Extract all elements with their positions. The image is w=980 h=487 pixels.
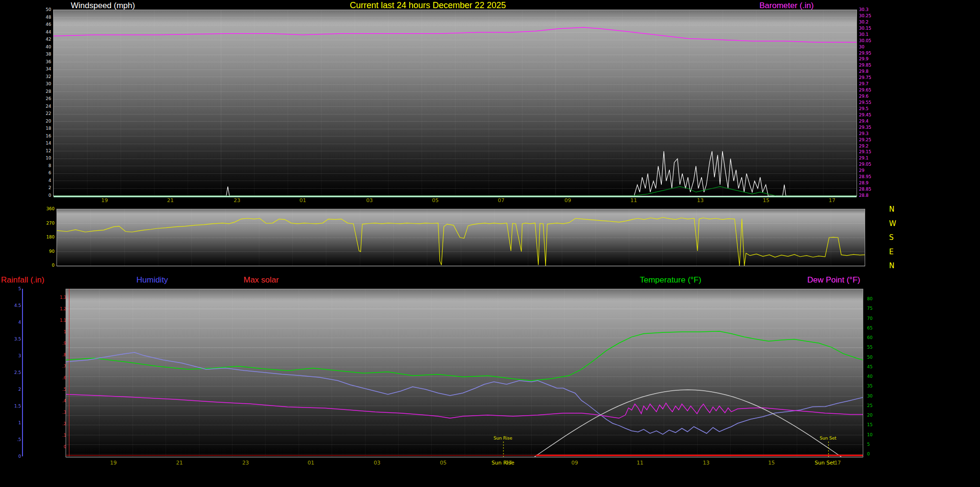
bottom-hour-label: 17 bbox=[827, 461, 848, 465]
barometer-tick-label: 29.75 bbox=[859, 75, 871, 80]
temperature-tick-label: 75 bbox=[867, 306, 872, 311]
solar-tick-label: .2 bbox=[50, 422, 66, 427]
rain-humidity-tick-label: 1 bbox=[5, 420, 21, 425]
solar-tick-label: .5 bbox=[50, 387, 66, 392]
barometer-tick-label: 28.8 bbox=[859, 193, 869, 198]
windspeed-tick-label: 10 bbox=[29, 156, 51, 160]
windspeed-tick-label: 34 bbox=[29, 67, 51, 71]
temperature-humidity-canvas bbox=[66, 289, 863, 457]
barometer-tick-label: 29.5 bbox=[859, 106, 869, 111]
windspeed-tick-label: 36 bbox=[29, 59, 51, 64]
windspeed-tick-label: 0 bbox=[29, 193, 51, 198]
top-hour-label: 19 bbox=[94, 198, 115, 203]
sunrise-axis-label: Sun Rise bbox=[486, 461, 520, 465]
solar-tick-label: .4 bbox=[50, 399, 66, 404]
solar-tick-label: 1 bbox=[50, 330, 66, 335]
compass-letter: N bbox=[889, 207, 894, 212]
rain-humidity-tick-label: 3.5 bbox=[5, 337, 21, 341]
barometer-tick-label: 29.35 bbox=[859, 125, 871, 130]
bottom-hour-label: 13 bbox=[696, 461, 717, 465]
top-hour-label: 09 bbox=[557, 198, 579, 203]
windspeed-tick-label: 30 bbox=[29, 81, 51, 86]
rain-humidity-tick-label: 2.5 bbox=[5, 370, 21, 375]
temperature-tick-label: 60 bbox=[867, 335, 872, 340]
direction-tick-label: 360 bbox=[33, 206, 55, 211]
max-solar-legend-label: Max solar bbox=[244, 275, 279, 285]
top-hour-label: 23 bbox=[226, 198, 247, 203]
windspeed-tick-label: 38 bbox=[29, 52, 51, 57]
temperature-tick-label: 70 bbox=[867, 316, 872, 321]
barometer-tick-label: 29.8 bbox=[859, 69, 869, 74]
barometer-tick-label: 29.2 bbox=[859, 144, 869, 148]
top-hour-label: 01 bbox=[292, 198, 313, 203]
windspeed-tick-label: 20 bbox=[29, 119, 51, 124]
chart-title: Current last 24 hours December 22 2025 bbox=[350, 0, 506, 11]
barometer-tick-label: 28.85 bbox=[859, 187, 871, 192]
solar-tick-label: .6 bbox=[50, 376, 66, 381]
top-hour-label: 15 bbox=[756, 198, 777, 203]
windspeed-tick-label: 4 bbox=[29, 178, 51, 183]
top-hour-label: 17 bbox=[822, 198, 843, 203]
temperature-tick-label: 10 bbox=[867, 432, 872, 437]
temperature-tick-label: 0 bbox=[867, 452, 870, 456]
bottom-hour-label: 15 bbox=[761, 461, 782, 465]
windspeed-tick-label: 6 bbox=[29, 170, 51, 175]
temperature-tick-label: 40 bbox=[867, 374, 872, 379]
barometer-tick-label: 28.9 bbox=[859, 181, 869, 185]
barometer-axis-title: Barometer (.in) bbox=[759, 1, 813, 11]
barometer-tick-label: 29.05 bbox=[859, 162, 871, 167]
solar-tick-label: .9 bbox=[50, 341, 66, 346]
direction-tick-label: 90 bbox=[33, 249, 55, 254]
barometer-tick-label: 29.6 bbox=[859, 94, 869, 99]
temperature-legend-label: Temperature (°F) bbox=[640, 275, 702, 285]
windspeed-tick-label: 40 bbox=[29, 45, 51, 49]
bottom-hour-label: 07 bbox=[498, 461, 519, 465]
barometer-tick-label: 29.55 bbox=[859, 100, 871, 105]
top-hour-label: 05 bbox=[425, 198, 446, 203]
barometer-tick-label: 29.4 bbox=[859, 119, 869, 124]
barometer-tick-label: 29.65 bbox=[859, 88, 871, 92]
barometer-tick-label: 29.3 bbox=[859, 131, 869, 136]
windspeed-tick-label: 8 bbox=[29, 163, 51, 168]
humidity-legend-label: Humidity bbox=[136, 275, 168, 285]
barometer-tick-label: 29.1 bbox=[859, 156, 869, 160]
rain-humidity-tick-label: 0 bbox=[5, 454, 21, 459]
temperature-tick-label: 55 bbox=[867, 345, 872, 350]
top-hour-label: 13 bbox=[690, 198, 711, 203]
direction-tick-label: 0 bbox=[33, 263, 55, 268]
temperature-tick-label: 35 bbox=[867, 384, 872, 388]
solar-tick-label: 1.3 bbox=[50, 295, 66, 300]
bottom-hour-label: 11 bbox=[629, 461, 650, 465]
barometer-tick-label: 30.3 bbox=[859, 7, 869, 12]
top-hour-label: 11 bbox=[623, 198, 644, 203]
windspeed-tick-label: 46 bbox=[29, 22, 51, 27]
temperature-tick-label: 25 bbox=[867, 403, 872, 408]
bottom-hour-label: 21 bbox=[169, 461, 190, 465]
windspeed-tick-label: 12 bbox=[29, 148, 51, 153]
compass-letter: N bbox=[889, 263, 894, 268]
solar-tick-label: 1.1 bbox=[50, 318, 66, 323]
solar-tick-label: .7 bbox=[50, 364, 66, 369]
rain-humidity-tick-label: 2 bbox=[5, 387, 21, 392]
rain-humidity-tick-label: 5 bbox=[5, 286, 21, 291]
windspeed-axis-title: Windspeed (mph) bbox=[71, 1, 135, 11]
dew-point-legend-label: Dew Point (°F) bbox=[807, 275, 860, 285]
compass-letter: E bbox=[889, 249, 893, 254]
barometer-tick-label: 30.2 bbox=[859, 20, 869, 24]
temperature-tick-label: 50 bbox=[867, 355, 872, 360]
temperature-tick-label: 5 bbox=[867, 442, 870, 447]
barometer-tick-label: 30.25 bbox=[859, 13, 871, 18]
rain-humidity-tick-label: .5 bbox=[5, 437, 21, 442]
windspeed-tick-label: 24 bbox=[29, 104, 51, 109]
solar-tick-label: .1 bbox=[50, 433, 66, 438]
temperature-tick-label: 80 bbox=[867, 296, 872, 301]
solar-axis-line bbox=[69, 289, 69, 456]
rain-humidity-axis-line bbox=[22, 289, 23, 456]
windspeed-barometer-canvas bbox=[54, 10, 857, 196]
windspeed-tick-label: 48 bbox=[29, 15, 51, 20]
weather-display-screen: { "page_title": "Current last 24 hours D… bbox=[0, 0, 980, 487]
wind-direction-plot bbox=[56, 209, 865, 266]
bottom-hour-label: 05 bbox=[433, 461, 454, 465]
windspeed-tick-label: 50 bbox=[29, 7, 51, 12]
rain-humidity-tick-label: 3 bbox=[5, 353, 21, 358]
